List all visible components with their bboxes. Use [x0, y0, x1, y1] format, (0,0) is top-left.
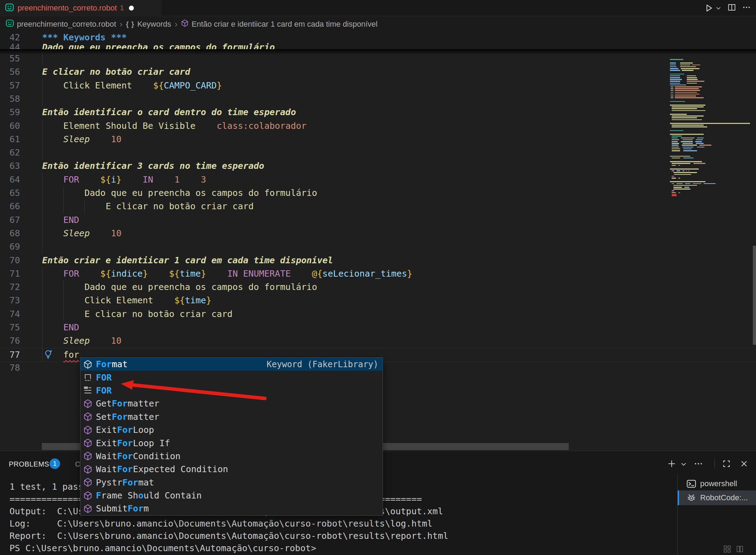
line-number-56[interactable]: 56: [0, 65, 20, 79]
line-number-65[interactable]: 65: [0, 186, 20, 200]
keyword-cube-icon: [83, 425, 93, 435]
breadcrumb-keywords[interactable]: { } Keywords: [126, 20, 171, 29]
line-number-73[interactable]: 73: [0, 294, 20, 307]
grid-icon[interactable]: [723, 545, 731, 555]
code-line-67[interactable]: 67 END: [0, 213, 756, 227]
powershell-terminal-icon: [686, 478, 697, 489]
code-line-74[interactable]: 74 E clicar no botão criar card: [0, 308, 756, 321]
line-number-69[interactable]: 69: [0, 240, 20, 253]
line-number-66[interactable]: 66: [0, 200, 20, 213]
line-number-68[interactable]: 68: [0, 227, 20, 240]
line-number-61[interactable]: 61: [0, 133, 20, 146]
line-number-71[interactable]: 71: [0, 267, 20, 280]
code-line-57[interactable]: 57 Click Element ${CAMPO_CARD}: [0, 79, 756, 92]
suggestion-exit-for-loop-if[interactable]: Exit For Loop If: [80, 436, 383, 449]
line-number-78[interactable]: 78: [0, 361, 20, 375]
code-line-65[interactable]: 65 Dado que eu preencha os campos do for…: [0, 186, 756, 200]
minimap-line: [670, 74, 684, 75]
line-number-76[interactable]: 76: [0, 334, 20, 348]
editor-vertical-scrollbar[interactable]: [753, 246, 756, 345]
line-number-57[interactable]: 57: [0, 79, 20, 92]
suggestion-label-part: For: [96, 359, 112, 369]
suggestion-frame-should-contain[interactable]: Frame Should Contain: [80, 489, 383, 502]
line-number-60[interactable]: 60: [0, 119, 20, 133]
suggestion-wait-for-condition[interactable]: Wait For Condition: [80, 450, 383, 463]
minimap-line: [670, 105, 705, 106]
code-line-70[interactable]: 70Então criar e identiicar 1 card em cad…: [0, 254, 756, 267]
code-line-76[interactable]: 76 Sleep 10: [0, 334, 756, 348]
code-line-61[interactable]: 61 Sleep 10: [0, 133, 756, 146]
terminal-item-robotcode[interactable]: RobotCode:...: [678, 490, 756, 505]
code-line-62[interactable]: 62: [0, 146, 756, 159]
line-number-70[interactable]: 70: [0, 254, 20, 267]
close-panel-button[interactable]: [739, 459, 749, 470]
line-number-59[interactable]: 59: [0, 106, 20, 119]
code-line-66[interactable]: 66 E clicar no botão criar card: [0, 200, 756, 213]
minimap-line: [670, 141, 702, 143]
code-line-75[interactable]: 75 END: [0, 321, 756, 334]
split-editor-button[interactable]: [727, 3, 736, 13]
more-actions-button[interactable]: [742, 3, 751, 13]
code-line-72[interactable]: 72 Dado que eu preencha os campos do for…: [0, 280, 756, 294]
line-number-74[interactable]: 74: [0, 308, 20, 321]
minimap-line: [670, 83, 697, 84]
minimap-line: [670, 130, 683, 132]
line-number-58[interactable]: 58: [0, 92, 20, 106]
sticky-line-42[interactable]: 42 *** Keywords ***: [0, 32, 756, 42]
tab-problems[interactable]: PROBLEMS: [9, 460, 49, 468]
tab-preenchimento-correto[interactable]: preenchimento_correto.robot 1: [0, 0, 162, 16]
code-text: Click Element ${CAMPO_CARD}: [42, 79, 222, 92]
run-button[interactable]: [704, 3, 722, 13]
suggestion-label-part: Pystr: [96, 477, 122, 488]
code-line-56[interactable]: 56E clicar no botão criar card: [0, 65, 756, 79]
suggestion-label-part: F: [96, 490, 101, 501]
suggestion-exit-for-loop[interactable]: Exit For Loop: [80, 423, 383, 436]
code-line-71[interactable]: 71 FOR ${indice} ${time} IN ENUMERATE @{…: [0, 267, 756, 280]
breadcrumb-file[interactable]: preenchimento_correto.robot: [6, 19, 116, 29]
suggestion-for[interactable]: FOR: [80, 384, 383, 397]
minimap-line: [670, 115, 704, 117]
autocomplete-popup: FormatKeyword (FakerLibrary)FORFORGet Fo…: [80, 357, 383, 516]
terminal-dropdown-chevron-icon[interactable]: [680, 461, 687, 469]
line-number-72[interactable]: 72: [0, 280, 20, 294]
line-number-77[interactable]: 77: [0, 348, 20, 362]
code-line-60[interactable]: 60 Element Should Be Visible class:colab…: [0, 119, 756, 133]
line-number-63[interactable]: 63: [0, 159, 20, 173]
minimap-line: [670, 174, 691, 176]
minimap-line: [670, 108, 697, 110]
sticky-line-44[interactable]: 44 Dado que eu preencha os campos do for…: [0, 42, 756, 49]
tab-output[interactable]: OUTPUT: [75, 460, 80, 468]
book-icon[interactable]: [736, 545, 744, 555]
code-line-69[interactable]: 69: [0, 240, 756, 253]
suggestion-set-formatter[interactable]: Set Formatter: [80, 410, 383, 423]
suggestion-submit-form[interactable]: Submit Form: [80, 502, 383, 515]
code-line-59[interactable]: 59Então identificar o card dentro do tim…: [0, 106, 756, 119]
code-line-58[interactable]: 58: [0, 92, 756, 106]
maximize-panel-button[interactable]: [722, 459, 731, 470]
keyword-cube-icon: [83, 478, 93, 487]
suggestion-wait-for-expected-condition[interactable]: Wait For Expected Condition: [80, 463, 383, 476]
code-line-63[interactable]: 63Então identificar 3 cards no time espe…: [0, 159, 756, 173]
suggestion-label-part: mat: [112, 359, 128, 369]
panel-more-actions-button[interactable]: [693, 459, 703, 470]
code-line-64[interactable]: 64 FOR ${i} IN 1 3: [0, 173, 756, 186]
suggestion-format[interactable]: FormatKeyword (FakerLibrary): [80, 358, 383, 371]
breadcrumb-keyword[interactable]: Então criar e identiicar 1 card em cada …: [181, 19, 377, 29]
new-terminal-button[interactable]: [667, 459, 677, 470]
snippet-icon: [83, 373, 93, 382]
sticky-scroll[interactable]: 42 *** Keywords *** 44 Dado que eu preen…: [0, 32, 756, 49]
suggestion-get-formatter[interactable]: Get Formatter: [80, 397, 383, 410]
robotcode-debug-icon: [686, 493, 697, 503]
terminal-item-powershell[interactable]: powershell: [678, 477, 756, 490]
line-number-64[interactable]: 64: [0, 173, 20, 186]
code-line-73[interactable]: 73 Click Element ${time}: [0, 294, 756, 307]
minimap[interactable]: [670, 59, 756, 206]
line-number-67[interactable]: 67: [0, 213, 20, 227]
suggestion-for[interactable]: FOR: [80, 371, 383, 384]
minimap-line: [670, 85, 686, 86]
code-line-68[interactable]: 68 Sleep 10: [0, 227, 756, 240]
suggestion-pystr-format[interactable]: Pystr Format: [80, 476, 383, 489]
suggestion-label-part: Submit: [96, 503, 128, 514]
line-number-62[interactable]: 62: [0, 146, 20, 159]
line-number-75[interactable]: 75: [0, 321, 20, 334]
